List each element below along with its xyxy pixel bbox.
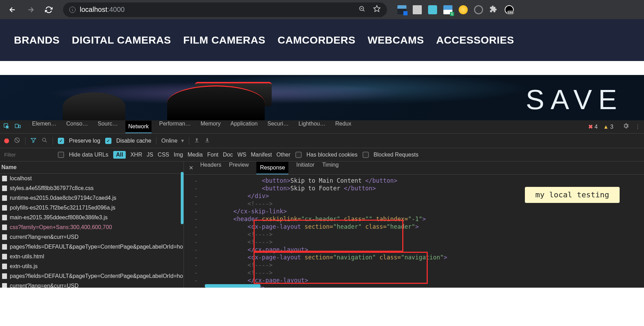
site-info-icon[interactable]: i [69,7,76,13]
filter-type[interactable]: Doc [223,152,233,158]
nav-item[interactable]: ACCESSORIES [436,34,514,46]
filter-type[interactable]: Font [207,152,218,158]
name-column-header[interactable]: Name [0,161,184,174]
devtools-tab[interactable]: Securi… [265,121,291,133]
response-tabs: ✕ HeadersPreviewResponseInitiatorTiming [184,161,644,175]
chevron-down-icon[interactable]: ▾ [181,137,184,144]
file-icon [2,244,7,250]
scrollbar[interactable] [181,172,184,224]
response-tab[interactable]: Timing [322,162,339,174]
code-line: - <cx-page-layout section="header" class… [184,223,644,230]
nav-item[interactable]: WEBCAMS [367,34,424,46]
nav-item[interactable]: DIGITAL CAMERAS [72,34,171,46]
filter-toggle-icon[interactable] [30,137,37,145]
throttle-select[interactable]: Online [161,138,177,144]
extension-icon[interactable] [443,5,452,14]
file-icon [2,225,7,230]
filter-type[interactable]: All [113,151,126,159]
code-line: - <!----> [184,238,644,246]
request-row[interactable]: current?lang=en&curr=USD [0,232,184,242]
blocked-cookies-checkbox[interactable] [295,152,302,158]
request-row[interactable]: current?lang=en&curr=USD [0,281,184,288]
nav-item[interactable]: BRANDS [14,34,60,46]
record-button[interactable] [4,138,9,143]
request-name: pages?fields=DEFAULT&pageType=ContentPag… [10,244,184,250]
filter-type[interactable]: Manifest [251,152,272,158]
devtools-tab[interactable]: Performan… [157,121,193,133]
request-name: extn-utils.html [10,253,44,260]
request-row[interactable]: polyfills-es2015.7f2be5c3211715ed096a.js [0,203,184,213]
devtools-more-icon[interactable]: ⋮ [635,123,641,130]
forward-button[interactable] [23,4,38,15]
disable-cache-checkbox[interactable]: ✓ [105,138,111,144]
extension-icon[interactable] [413,5,422,14]
request-row[interactable]: styles.a4e55ff8bb367977c8ce.css [0,183,184,193]
request-row[interactable]: extn-utils.js [0,261,184,271]
extension-icon[interactable] [474,5,483,14]
filter-type[interactable]: Other [277,152,290,158]
filter-type[interactable]: CSS [158,152,169,158]
zoom-icon[interactable] [358,5,365,14]
bookmark-star-icon[interactable] [373,5,381,14]
devtools-tab[interactable]: Network [125,121,152,133]
request-name: pages?fields=DEFAULT&pageType=ContentPag… [10,273,184,279]
request-row[interactable]: pages?fields=DEFAULT&pageType=ContentPag… [0,242,184,252]
extensions-puzzle-icon[interactable] [489,5,498,14]
filter-type[interactable]: JS [147,152,153,158]
nav-item[interactable]: FILM CAMERAS [183,34,265,46]
network-filters: Hide data URLs AllXHRJSCSSImgMediaFontDo… [0,148,644,161]
scrollbar[interactable] [205,284,261,288]
inspect-element-icon[interactable] [3,123,10,131]
devtools-tab[interactable]: Application [228,121,259,133]
file-icon [2,273,7,279]
response-tab[interactable]: Preview [229,162,249,174]
request-row[interactable]: runtime-es2015.0dae8cbc97194c7caed4.js [0,193,184,203]
extension-icon[interactable] [428,5,437,14]
devtools-tab[interactable]: Redux [333,121,354,133]
nav-item[interactable]: CAMCORDERS [278,34,355,46]
close-icon[interactable]: ✕ [189,165,193,171]
response-code-pane[interactable]: - <button>Skip to Main Content </button>… [184,175,644,288]
annotation-label: my local testing [525,187,620,203]
annotation-box [254,220,403,252]
error-count[interactable]: ✖ 4 [588,123,597,130]
request-name: current?lang=en&curr=USD [10,283,78,288]
address-bar[interactable]: i localhost:4000 [63,2,387,17]
request-row[interactable]: localhost [0,174,184,183]
filter-type[interactable]: WS [237,152,246,158]
upload-icon[interactable] [194,137,200,144]
devtools-tab[interactable]: Conso… [64,121,90,133]
filter-input[interactable] [4,152,53,158]
response-tab[interactable]: Initiator [296,162,314,174]
svg-rect-3 [15,124,18,128]
search-icon[interactable] [41,137,48,145]
request-row[interactable]: pages?fields=DEFAULT&pageType=ContentPag… [0,271,184,281]
devtools-tab[interactable]: Memory [199,121,223,133]
filter-type[interactable]: Img [174,152,183,158]
request-row[interactable]: css?family=Open+Sans:300,400,600,700 [0,222,184,232]
response-tab[interactable]: Headers [200,162,221,174]
download-icon[interactable] [204,137,210,144]
filter-type[interactable]: XHR [130,152,142,158]
hide-data-urls-checkbox[interactable] [58,152,64,158]
file-icon [2,264,7,269]
warning-count[interactable]: ▲ 3 [603,124,613,130]
back-button[interactable] [5,4,20,15]
devtools-settings-icon[interactable] [622,122,629,131]
response-tab[interactable]: Response [256,162,288,174]
blocked-requests-checkbox[interactable] [363,152,369,158]
devtools-tab[interactable]: Lighthou… [296,121,327,133]
banner-lens-graphic [167,85,265,120]
clear-button[interactable] [14,137,20,145]
filter-type[interactable]: Media [187,152,203,158]
request-row[interactable]: extn-utils.html [0,252,184,261]
request-row[interactable]: main-es2015.395ddeecf8080e386fe3.js [0,213,184,222]
device-toolbar-icon[interactable] [15,123,21,131]
profile-avatar[interactable] [505,5,514,14]
reload-button[interactable] [41,4,56,15]
extension-icon[interactable] [397,5,406,14]
extension-icon[interactable] [459,5,468,14]
devtools-tab[interactable]: Sourc… [96,121,120,133]
devtools-tab[interactable]: Elemen… [30,121,59,133]
preserve-log-checkbox[interactable]: ✓ [58,138,64,144]
